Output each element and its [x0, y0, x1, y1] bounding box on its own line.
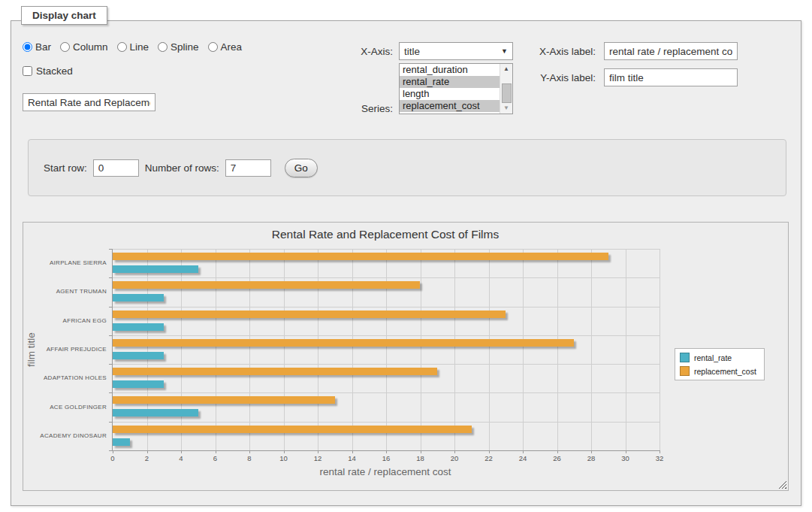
bar-replacement_cost: [113, 339, 574, 347]
bar-rental_rate: [113, 438, 130, 446]
chart-type-radio-column[interactable]: [60, 42, 70, 52]
scrollbar-thumb[interactable]: [502, 83, 512, 103]
legend-label: rental_rate: [694, 353, 732, 362]
gridline: [421, 249, 421, 450]
go-button[interactable]: Go: [285, 159, 318, 177]
gridline: [352, 249, 353, 450]
chevron-down-icon: ▼: [501, 47, 508, 55]
chart-title: Rental Rate and Replacement Cost of Film…: [112, 228, 659, 241]
category-label: ACE GOLDFINGER: [26, 404, 107, 411]
series-option-rental_rate[interactable]: rental_rate: [400, 76, 500, 88]
chart-title-input[interactable]: [23, 93, 155, 111]
chart-type-label: Spline: [171, 41, 199, 53]
resize-handle-icon[interactable]: [778, 480, 786, 489]
series-select-label: Series:: [349, 103, 393, 114]
x-tick-mark: [591, 450, 592, 453]
x-tick-mark: [284, 450, 285, 453]
chart-type-radio-spline[interactable]: [158, 42, 168, 52]
stacked-option[interactable]: Stacked: [23, 65, 73, 77]
x-axis-label-label: X-Axis label:: [533, 46, 596, 57]
gridline: [113, 277, 660, 278]
y-tick-mark: [109, 392, 112, 393]
chart-type-label: Column: [73, 41, 108, 53]
x-axis-label-input[interactable]: [604, 42, 738, 60]
x-tick-mark: [626, 450, 626, 453]
gridline: [489, 249, 490, 450]
series-option-length[interactable]: length: [400, 88, 500, 100]
category-label: AIRPLANE SIERRA: [26, 259, 107, 266]
chart-type-option-area[interactable]: Area: [208, 41, 243, 53]
y-tick-mark: [109, 450, 112, 451]
x-tick-label: 2: [136, 454, 158, 462]
gridline: [626, 249, 626, 450]
y-tick-mark: [109, 422, 112, 423]
x-tick-label: 28: [580, 454, 602, 462]
chart-type-option-line[interactable]: Line: [117, 41, 149, 53]
chart-type-option-spline[interactable]: Spline: [158, 41, 199, 53]
num-rows-input[interactable]: [225, 159, 271, 177]
bar-replacement_cost: [113, 311, 506, 318]
panel-legend: Display chart: [21, 6, 107, 25]
y-tick-mark: [109, 364, 112, 365]
x-tick-mark: [386, 450, 387, 453]
series-option-replacement_cost[interactable]: replacement_cost: [400, 100, 500, 112]
chart-legend: rental_ratereplacement_cost: [675, 348, 765, 380]
category-label: AFRICAN EGG: [26, 317, 107, 324]
legend-swatch: [680, 366, 690, 376]
gridline: [113, 422, 660, 423]
series-listbox-options: rental_durationrental_ratelengthreplacem…: [400, 64, 500, 114]
chart-builder-page: Display chart BarColumnLineSplineArea St…: [0, 0, 812, 512]
x-tick-mark: [147, 450, 148, 453]
stacked-checkbox[interactable]: [23, 66, 32, 76]
x-tick-label: 22: [478, 454, 500, 462]
chart-type-radio-area[interactable]: [208, 42, 218, 52]
gridline: [660, 249, 660, 450]
legend-label: replacement_cost: [694, 367, 756, 376]
y-tick-mark: [109, 335, 112, 336]
x-axis-selected-value: title: [404, 46, 420, 57]
legend-swatch: [680, 353, 690, 362]
x-tick-mark: [421, 450, 421, 453]
bar-rental_rate: [113, 352, 164, 359]
x-tick-mark: [249, 450, 250, 453]
chart-type-radio-bar[interactable]: [23, 42, 32, 52]
bar-rental_rate: [113, 323, 164, 331]
gridline: [113, 249, 660, 250]
y-tick-mark: [109, 307, 112, 308]
x-tick-label: 4: [170, 454, 192, 462]
x-tick-label: 26: [546, 454, 569, 462]
x-tick-label: 24: [512, 454, 534, 462]
chart-type-label: Line: [130, 41, 149, 53]
chart-type-option-bar[interactable]: Bar: [23, 41, 51, 53]
gridline: [591, 249, 592, 450]
x-tick-label: 6: [204, 454, 227, 462]
x-axis-select[interactable]: title ▼: [399, 42, 513, 60]
y-axis-label-input[interactable]: [604, 68, 738, 86]
category-label: ACADEMY DINOSAUR: [26, 432, 107, 439]
scroll-up-icon[interactable]: ▲: [500, 64, 512, 74]
x-tick-mark: [352, 450, 353, 453]
y-axis-title: film title: [26, 332, 37, 367]
series-option-rental_duration[interactable]: rental_duration: [400, 64, 500, 76]
gridline: [113, 335, 660, 336]
num-rows-label: Number of rows:: [145, 162, 219, 174]
x-axis-select-label: X-Axis:: [353, 46, 393, 57]
x-tick-label: 10: [273, 454, 295, 462]
bar-replacement_cost: [113, 426, 472, 433]
chart-type-radio-line[interactable]: [117, 42, 127, 52]
legend-item-replacement_cost[interactable]: replacement_cost: [680, 366, 756, 376]
series-listbox[interactable]: rental_durationrental_ratelengthreplacem…: [399, 63, 513, 114]
category-label: AFFAIR PREJUDICE: [26, 346, 107, 353]
gridline: [113, 307, 660, 308]
x-tick-mark: [113, 450, 113, 453]
bar-rental_rate: [113, 265, 198, 273]
gridline: [147, 249, 148, 450]
scroll-down-icon[interactable]: ▼: [500, 103, 512, 114]
x-tick-mark: [557, 450, 558, 453]
start-row-label: Start row:: [44, 162, 87, 174]
chart-type-option-column[interactable]: Column: [60, 41, 108, 53]
start-row-input[interactable]: [93, 159, 139, 177]
x-tick-mark: [181, 450, 182, 453]
legend-item-rental_rate[interactable]: rental_rate: [680, 353, 756, 362]
series-listbox-scrollbar[interactable]: ▲ ▼: [500, 64, 512, 114]
